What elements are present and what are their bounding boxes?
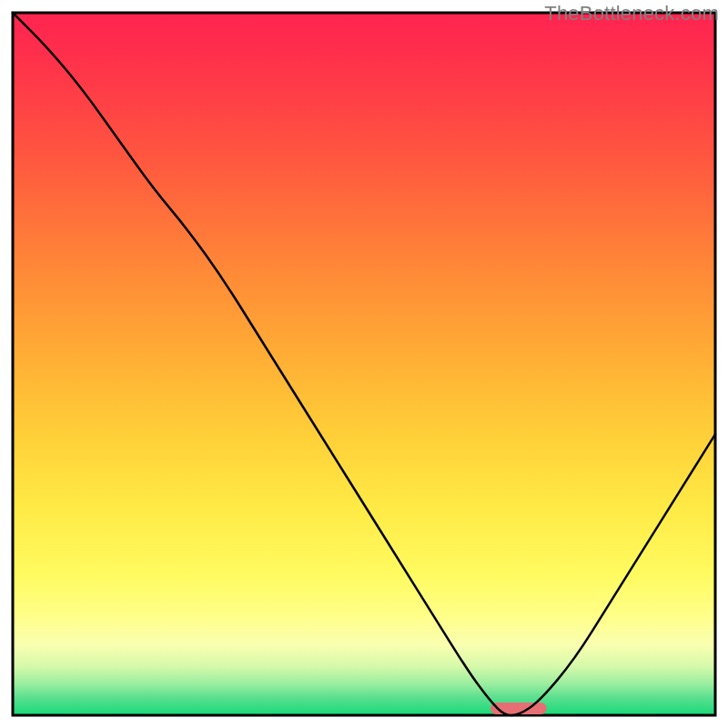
bottleneck-chart: TheBottleneck.com bbox=[0, 0, 728, 728]
gradient-background bbox=[13, 13, 715, 715]
chart-svg bbox=[0, 0, 728, 728]
watermark-text: TheBottleneck.com bbox=[544, 2, 719, 25]
